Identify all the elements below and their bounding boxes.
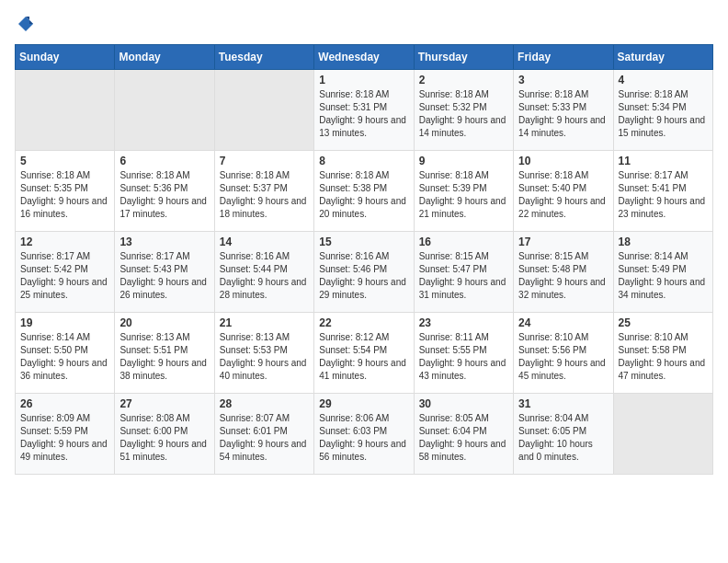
day-info: Sunrise: 8:07 AMSunset: 6:01 PMDaylight:… (220, 412, 309, 464)
day-number: 29 (319, 397, 408, 410)
calendar-cell: 23Sunrise: 8:11 AMSunset: 5:55 PMDayligh… (414, 313, 513, 394)
calendar-week-row: 12Sunrise: 8:17 AMSunset: 5:42 PMDayligh… (16, 232, 713, 313)
day-header-monday: Monday (115, 45, 214, 70)
day-info: Sunrise: 8:17 AMSunset: 5:42 PMDaylight:… (20, 250, 109, 302)
day-info: Sunrise: 8:18 AMSunset: 5:33 PMDaylight:… (518, 88, 608, 140)
day-info: Sunrise: 8:18 AMSunset: 5:36 PMDaylight:… (119, 169, 209, 221)
calendar-week-row: 26Sunrise: 8:09 AMSunset: 5:59 PMDayligh… (16, 394, 713, 475)
day-number: 6 (119, 155, 209, 167)
day-number: 7 (220, 155, 309, 167)
day-number: 26 (20, 397, 109, 410)
day-info: Sunrise: 8:18 AMSunset: 5:40 PMDaylight:… (518, 169, 608, 221)
calendar-cell: 31Sunrise: 8:04 AMSunset: 6:05 PMDayligh… (514, 394, 613, 475)
day-info: Sunrise: 8:13 AMSunset: 5:51 PMDaylight:… (119, 331, 209, 383)
day-info: Sunrise: 8:18 AMSunset: 5:34 PMDaylight:… (619, 88, 708, 140)
calendar-header-row: SundayMondayTuesdayWednesdayThursdayFrid… (16, 45, 713, 70)
day-number: 23 (419, 316, 508, 329)
calendar-cell: 17Sunrise: 8:15 AMSunset: 5:48 PMDayligh… (514, 232, 613, 313)
calendar-week-row: 5Sunrise: 8:18 AMSunset: 5:35 PMDaylight… (16, 151, 713, 232)
calendar-cell: 16Sunrise: 8:15 AMSunset: 5:47 PMDayligh… (414, 232, 513, 313)
calendar-cell: 2Sunrise: 8:18 AMSunset: 5:32 PMDaylight… (414, 70, 513, 151)
day-info: Sunrise: 8:18 AMSunset: 5:38 PMDaylight:… (319, 169, 408, 221)
calendar-cell: 9Sunrise: 8:18 AMSunset: 5:39 PMDaylight… (414, 151, 513, 232)
day-number: 2 (419, 74, 508, 86)
calendar-cell: 3Sunrise: 8:18 AMSunset: 5:33 PMDaylight… (514, 70, 613, 151)
day-header-thursday: Thursday (414, 45, 513, 70)
logo (15, 15, 35, 33)
day-header-sunday: Sunday (16, 45, 115, 70)
day-info: Sunrise: 8:14 AMSunset: 5:50 PMDaylight:… (20, 331, 109, 383)
calendar-cell (16, 70, 115, 151)
day-info: Sunrise: 8:10 AMSunset: 5:58 PMDaylight:… (619, 331, 708, 383)
day-info: Sunrise: 8:12 AMSunset: 5:54 PMDaylight:… (319, 331, 408, 383)
day-number: 10 (518, 155, 608, 167)
day-number: 25 (619, 316, 708, 329)
day-number: 15 (319, 236, 408, 248)
calendar-cell: 21Sunrise: 8:13 AMSunset: 5:53 PMDayligh… (214, 313, 313, 394)
day-number: 1 (319, 74, 408, 86)
calendar-week-row: 1Sunrise: 8:18 AMSunset: 5:31 PMDaylight… (16, 70, 713, 151)
day-info: Sunrise: 8:18 AMSunset: 5:37 PMDaylight:… (220, 169, 309, 221)
day-number: 18 (619, 236, 708, 248)
day-header-tuesday: Tuesday (214, 45, 313, 70)
calendar-cell: 13Sunrise: 8:17 AMSunset: 5:43 PMDayligh… (115, 232, 214, 313)
calendar-cell: 7Sunrise: 8:18 AMSunset: 5:37 PMDaylight… (214, 151, 313, 232)
day-info: Sunrise: 8:16 AMSunset: 5:46 PMDaylight:… (319, 250, 408, 302)
day-number: 21 (220, 316, 309, 329)
day-info: Sunrise: 8:18 AMSunset: 5:35 PMDaylight:… (20, 169, 109, 221)
calendar-cell: 6Sunrise: 8:18 AMSunset: 5:36 PMDaylight… (115, 151, 214, 232)
calendar-cell: 22Sunrise: 8:12 AMSunset: 5:54 PMDayligh… (314, 313, 414, 394)
calendar-cell: 25Sunrise: 8:10 AMSunset: 5:58 PMDayligh… (613, 313, 712, 394)
day-info: Sunrise: 8:14 AMSunset: 5:49 PMDaylight:… (619, 250, 708, 302)
day-header-wednesday: Wednesday (314, 45, 414, 70)
day-number: 27 (119, 397, 209, 410)
day-info: Sunrise: 8:17 AMSunset: 5:43 PMDaylight:… (119, 250, 209, 302)
day-info: Sunrise: 8:15 AMSunset: 5:48 PMDaylight:… (518, 250, 608, 302)
day-info: Sunrise: 8:18 AMSunset: 5:32 PMDaylight:… (419, 88, 508, 140)
calendar-cell: 20Sunrise: 8:13 AMSunset: 5:51 PMDayligh… (115, 313, 214, 394)
day-number: 22 (319, 316, 408, 329)
day-info: Sunrise: 8:18 AMSunset: 5:39 PMDaylight:… (419, 169, 508, 221)
calendar-cell: 28Sunrise: 8:07 AMSunset: 6:01 PMDayligh… (214, 394, 313, 475)
day-number: 12 (20, 236, 109, 248)
day-number: 11 (619, 155, 708, 167)
day-number: 14 (220, 236, 309, 248)
calendar-cell: 29Sunrise: 8:06 AMSunset: 6:03 PMDayligh… (314, 394, 414, 475)
day-number: 3 (518, 74, 608, 86)
day-info: Sunrise: 8:16 AMSunset: 5:44 PMDaylight:… (220, 250, 309, 302)
calendar-cell: 8Sunrise: 8:18 AMSunset: 5:38 PMDaylight… (314, 151, 414, 232)
day-number: 4 (619, 74, 708, 86)
calendar-cell: 14Sunrise: 8:16 AMSunset: 5:44 PMDayligh… (214, 232, 313, 313)
day-number: 30 (419, 397, 508, 410)
calendar-cell (214, 70, 313, 151)
day-number: 28 (220, 397, 309, 410)
calendar-cell: 10Sunrise: 8:18 AMSunset: 5:40 PMDayligh… (514, 151, 613, 232)
calendar-cell: 5Sunrise: 8:18 AMSunset: 5:35 PMDaylight… (16, 151, 115, 232)
day-info: Sunrise: 8:15 AMSunset: 5:47 PMDaylight:… (419, 250, 508, 302)
calendar-cell: 4Sunrise: 8:18 AMSunset: 5:34 PMDaylight… (613, 70, 712, 151)
day-info: Sunrise: 8:05 AMSunset: 6:04 PMDaylight:… (419, 412, 508, 464)
calendar-cell: 11Sunrise: 8:17 AMSunset: 5:41 PMDayligh… (613, 151, 712, 232)
day-number: 31 (518, 397, 608, 410)
calendar-cell: 24Sunrise: 8:10 AMSunset: 5:56 PMDayligh… (514, 313, 613, 394)
day-number: 5 (20, 155, 109, 167)
day-number: 8 (319, 155, 408, 167)
day-info: Sunrise: 8:10 AMSunset: 5:56 PMDaylight:… (518, 331, 608, 383)
day-number: 16 (419, 236, 508, 248)
day-info: Sunrise: 8:11 AMSunset: 5:55 PMDaylight:… (419, 331, 508, 383)
day-number: 17 (518, 236, 608, 248)
calendar-cell: 26Sunrise: 8:09 AMSunset: 5:59 PMDayligh… (16, 394, 115, 475)
day-info: Sunrise: 8:13 AMSunset: 5:53 PMDaylight:… (220, 331, 309, 383)
day-info: Sunrise: 8:04 AMSunset: 6:05 PMDaylight:… (518, 412, 608, 464)
day-number: 9 (419, 155, 508, 167)
day-number: 24 (518, 316, 608, 329)
day-number: 13 (119, 236, 209, 248)
calendar-cell: 18Sunrise: 8:14 AMSunset: 5:49 PMDayligh… (613, 232, 712, 313)
calendar-cell: 30Sunrise: 8:05 AMSunset: 6:04 PMDayligh… (414, 394, 513, 475)
day-info: Sunrise: 8:09 AMSunset: 5:59 PMDaylight:… (20, 412, 109, 464)
day-info: Sunrise: 8:06 AMSunset: 6:03 PMDaylight:… (319, 412, 408, 464)
day-info: Sunrise: 8:18 AMSunset: 5:31 PMDaylight:… (319, 88, 408, 140)
calendar-cell (115, 70, 214, 151)
calendar-cell: 27Sunrise: 8:08 AMSunset: 6:00 PMDayligh… (115, 394, 214, 475)
calendar-cell (613, 394, 712, 475)
